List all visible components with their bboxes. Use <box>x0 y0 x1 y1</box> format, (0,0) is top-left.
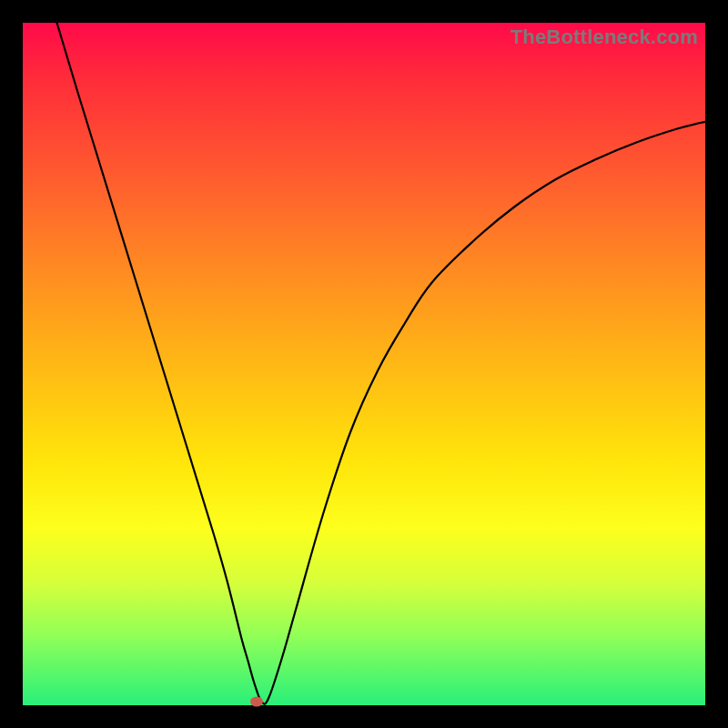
curve-layer <box>23 23 705 705</box>
plot-area: TheBottleneck.com <box>23 23 705 705</box>
curve-line <box>57 23 706 704</box>
minimum-marker <box>250 696 263 706</box>
watermark-text: TheBottleneck.com <box>511 25 698 49</box>
chart-frame: TheBottleneck.com <box>0 0 728 728</box>
